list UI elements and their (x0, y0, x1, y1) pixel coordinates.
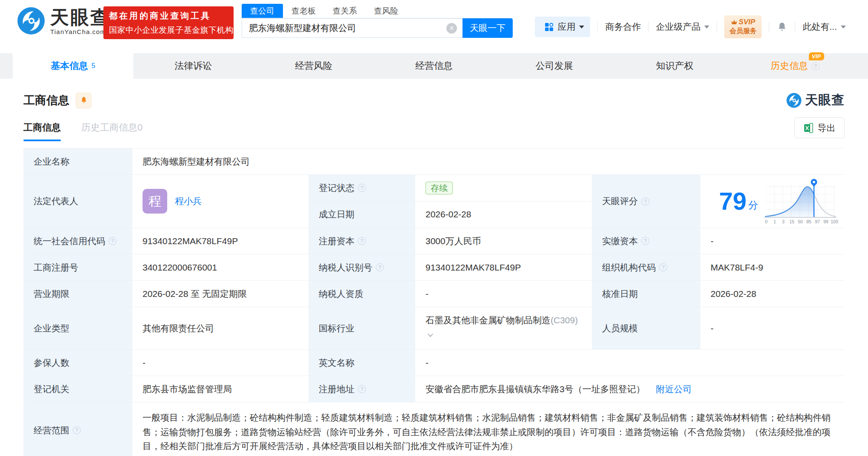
apps-menu[interactable]: 应用 (535, 17, 590, 37)
business-term-label: 营业期限 (34, 288, 69, 300)
table-row: 经营范围 ? 一般项目：水泥制品制造；砼结构构件制造；轻质建筑材料制造；轻质建筑… (23, 402, 845, 456)
credit-code-value: 91340122MAK78LF49P (143, 236, 238, 246)
search-tab-boss[interactable]: 查老板 (283, 4, 324, 18)
business-info-table: 企业名称 肥东海螺新型建材有限公司 法定代表人 程 程小兵 登记状态 ? 存续 (23, 148, 845, 456)
company-name-label: 企业名称 (34, 156, 69, 168)
tab-basic-info-label: 基本信息 (51, 60, 88, 72)
search-input[interactable] (242, 19, 463, 37)
establish-date-label: 成立日期 (319, 208, 354, 220)
svg-text:15: 15 (789, 219, 794, 224)
tab-intellectual-property[interactable]: 知识产权 (614, 53, 735, 79)
company-name-value: 肥东海螺新型建材有限公司 (143, 156, 250, 168)
chevron-down-icon[interactable] (427, 328, 434, 342)
search-tab-relation[interactable]: 查关系 (324, 4, 365, 18)
tab-operating-info[interactable]: 经营信息 (374, 53, 494, 79)
score-value: 79 (719, 189, 747, 214)
tianyan-score-label: 天眼评分 (602, 195, 638, 207)
tianyancha-logo-icon (17, 7, 45, 37)
legal-rep-link[interactable]: 程小兵 (175, 195, 202, 207)
top-header: 天眼查 TianYanCha.com 都在用的商业查询工具 国家中小企业发展子基… (0, 0, 868, 53)
svip-member-button[interactable]: SVIP 会员服务 (724, 15, 762, 38)
tianyan-score-cell[interactable]: 79 分 (700, 175, 845, 228)
reg-status-label: 登记状态 (319, 182, 354, 194)
table-row: 登记机关 肥东县市场监督管理局 注册地址 ? 安徽省合肥市肥东县撮镇镇东华路3号… (23, 376, 845, 402)
notification-bell[interactable] (777, 21, 788, 32)
user-account-menu[interactable]: 此处有... (802, 21, 846, 33)
industry-label: 国标行业 (319, 322, 354, 334)
section-title: 工商信息 (23, 93, 69, 108)
nearby-companies-link[interactable]: 附近公司 (656, 383, 692, 395)
caret-down-icon (704, 26, 709, 28)
search-tab-company[interactable]: 查公司 (242, 4, 283, 18)
bell-icon (777, 21, 788, 32)
promo-line1: 都在用的商业查询工具 (109, 10, 228, 22)
tab-operating-info-label: 经营信息 (415, 60, 453, 72)
divider (597, 22, 598, 32)
question-circle-icon[interactable]: ? (73, 426, 81, 434)
industry-value: 石墨及其他非金属矿物制品制造(C309) (415, 307, 592, 349)
clear-search-icon[interactable]: ✕ (446, 23, 457, 34)
divider (769, 22, 769, 32)
tab-history-info[interactable]: 历史信息 VIP ? (735, 53, 855, 79)
header-nav: 应用 商务合作 企业级产品 SVIP 会员服务 (535, 15, 846, 38)
tab-operating-risk[interactable]: 经营风险 (254, 53, 374, 79)
search-button[interactable]: 天眼一下 (463, 18, 513, 38)
reg-address-label: 注册地址 (319, 383, 354, 395)
question-circle-icon[interactable]: ? (641, 197, 649, 205)
caret-down-icon (579, 26, 584, 28)
export-button[interactable]: 导出 (794, 117, 845, 138)
subtab-history-business-info[interactable]: 历史工商信息0 (81, 121, 143, 141)
staff-size-value: - (711, 323, 714, 333)
search-tab-risk[interactable]: 查风险 (365, 4, 407, 18)
table-row: 企业类型 其他有限责任公司 国标行业 石墨及其他非金属矿物制品制造(C309) … (23, 307, 845, 350)
tab-legal-proceedings-label: 法律诉讼 (174, 60, 212, 72)
table-row: 法定代表人 程 程小兵 登记状态 ? 存续 成立日期 2026-02-2 (23, 175, 845, 228)
monitor-bell-button[interactable] (76, 93, 91, 108)
business-coop-link[interactable]: 商务合作 (605, 21, 641, 33)
question-circle-icon[interactable]: ? (358, 184, 366, 192)
main-content: 工商信息 天眼查 工商信息 历史工商信息0 (0, 91, 868, 456)
apps-grid-icon (545, 23, 554, 31)
excel-icon (804, 123, 814, 133)
industry-code: (C309) (551, 315, 578, 325)
svip-label-1: SVIP (739, 18, 755, 26)
table-row: 企业名称 肥东海螺新型建材有限公司 (23, 148, 845, 175)
question-circle-icon[interactable]: ? (641, 237, 649, 245)
tab-company-development[interactable]: 公司发展 (494, 53, 614, 79)
promo-banner: 都在用的商业查询工具 国家中小企业发展子基金旗下机构 (103, 6, 234, 39)
tab-legal-proceedings[interactable]: 法律诉讼 (133, 53, 254, 79)
tab-company-development-label: 公司发展 (536, 60, 573, 72)
establish-date-value: 2026-02-28 (425, 209, 471, 219)
question-circle-icon[interactable]: ? (358, 385, 366, 393)
question-circle-icon[interactable]: ? (108, 237, 117, 245)
question-circle-icon[interactable]: ? (358, 237, 366, 245)
reg-authority-label: 登记机关 (34, 383, 69, 395)
enterprise-products-link[interactable]: 企业级产品 (656, 21, 709, 33)
divider (648, 22, 648, 32)
question-circle-icon[interactable]: ? (659, 263, 667, 271)
taxpayer-id-value: 91340122MAK78LF49P (425, 262, 521, 273)
question-circle-icon[interactable]: ? (376, 263, 384, 271)
taxpayer-qual-label: 纳税人资质 (319, 288, 363, 300)
tab-basic-info[interactable]: 基本信息 5 (13, 53, 133, 79)
legal-rep-avatar[interactable]: 程 (143, 189, 167, 214)
caret-down-icon (841, 26, 846, 28)
reg-number-label: 工商注册号 (34, 262, 78, 274)
reg-capital-label: 注册资本 (319, 235, 354, 247)
subtab-business-info[interactable]: 工商信息 (23, 121, 61, 141)
tianyancha-watermark: 天眼查 (786, 91, 845, 109)
svg-text:85: 85 (806, 219, 811, 224)
tianyancha-logo[interactable]: 天眼查 TianYanCha.com (17, 7, 110, 37)
tab-intellectual-property-label: 知识产权 (656, 60, 694, 72)
svip-label-2: 会员服务 (729, 27, 757, 36)
question-circle-icon[interactable]: ? (811, 62, 819, 70)
reg-authority-value: 肥东县市场监督管理局 (143, 383, 232, 395)
reg-number-value: 340122000676001 (143, 262, 217, 273)
taxpayer-qual-value: - (425, 289, 428, 299)
approval-date-value: 2026-02-28 (711, 289, 756, 299)
enterprise-products-label: 企业级产品 (656, 21, 700, 33)
org-code-label: 组织机构代码 (602, 262, 656, 274)
reg-capital-value: 3000万人民币 (425, 235, 481, 247)
insured-label: 参保人数 (34, 357, 69, 369)
table-row: 工商注册号 340122000676001 纳税人识别号 ? 91340122M… (23, 254, 845, 281)
